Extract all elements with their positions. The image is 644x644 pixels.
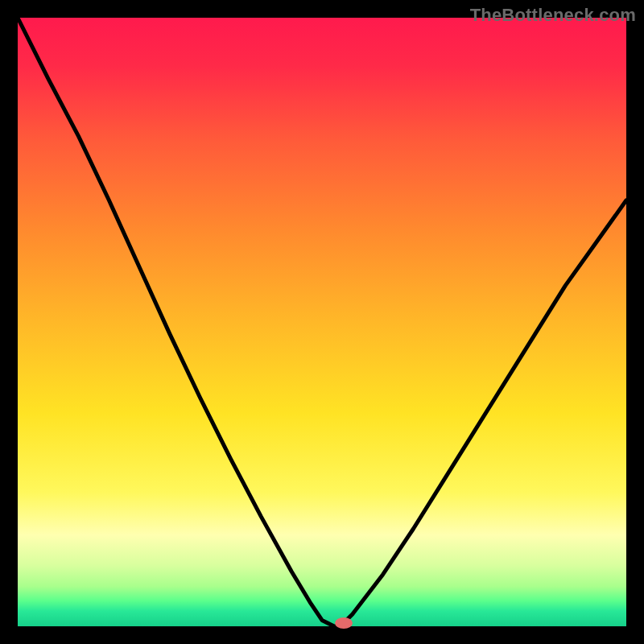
watermark-text: TheBottleneck.com bbox=[470, 5, 636, 26]
chart-container: TheBottleneck.com bbox=[0, 0, 644, 644]
bottleneck-chart bbox=[0, 0, 644, 644]
bottleneck-marker bbox=[335, 617, 353, 629]
chart-background-gradient bbox=[18, 18, 626, 626]
